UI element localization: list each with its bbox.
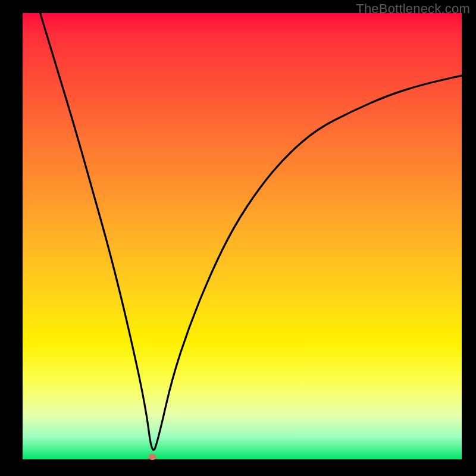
curve-svg [23, 13, 462, 459]
plot-area [23, 13, 462, 459]
minimum-marker [148, 454, 156, 460]
chart-frame: TheBottleneck.com [0, 0, 476, 476]
watermark-text: TheBottleneck.com [356, 1, 470, 17]
bottleneck-curve [40, 13, 462, 450]
